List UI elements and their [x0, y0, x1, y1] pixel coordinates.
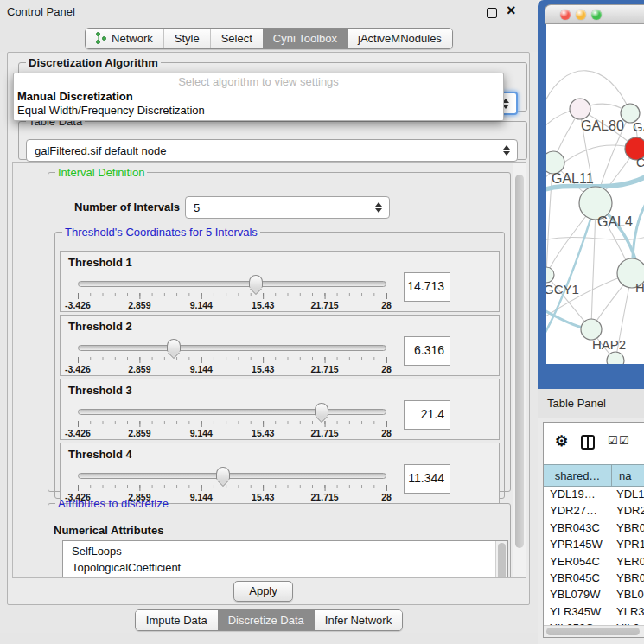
threshold-panel-1: Threshold 1-3.4262.8599.14415.4321.71528…	[60, 251, 500, 312]
slider-track[interactable]	[78, 473, 386, 479]
tick-label: 2.859	[128, 364, 150, 374]
mac-minimize-button[interactable]	[576, 10, 586, 20]
slider-track[interactable]	[78, 345, 386, 351]
tab-cyni-toolbox[interactable]: Cyni Toolbox	[263, 29, 348, 48]
network-window-titlebar	[545, 4, 644, 24]
network-node[interactable]	[607, 352, 624, 364]
column-header-shared-name[interactable]: shared…	[544, 464, 612, 487]
table-row[interactable]: YPR145WYPR1	[544, 537, 644, 553]
tick-label: 28	[381, 428, 392, 438]
mac-zoom-button[interactable]	[591, 10, 602, 20]
tab-select[interactable]: Select	[210, 29, 263, 48]
cell-name: YPR1	[616, 538, 644, 551]
table-panel-header: Table Panel	[538, 389, 644, 418]
network-node[interactable]	[546, 267, 554, 283]
threshold-label: Threshold 2	[68, 320, 132, 333]
slider-ticks-major	[78, 357, 387, 363]
popup-option-equal-width-frequency[interactable]: Equal Width/Frequency Discretization	[17, 104, 205, 117]
slider-ticks-major	[78, 485, 387, 491]
interval-definition-group: Interval Definition Number of Intervals …	[48, 166, 511, 492]
threshold-slider[interactable]: -3.4262.8599.14415.4321.71528	[78, 338, 386, 374]
tab-discretize-data[interactable]: Discretize Data	[218, 610, 315, 630]
close-icon[interactable]: ×	[507, 2, 516, 20]
threshold-slider[interactable]: -3.4262.8599.14415.4321.71528	[78, 274, 386, 310]
cell-shared-name: YPR145W	[550, 538, 603, 551]
table-row[interactable]: YBR045CYBR0	[544, 571, 644, 587]
columns-icon[interactable]	[581, 435, 595, 450]
attributes-group: Attributes to discretize Numerical Attri…	[48, 497, 511, 578]
list-scrollbar-thumb[interactable]	[498, 543, 506, 578]
screen: Control Panel × NetworkStyleSelectCyni T…	[0, 0, 644, 644]
network-graph: GAL80GACGAL11GAL4GCY1HHAP2	[546, 24, 644, 364]
network-node-label: GCY1	[546, 282, 579, 296]
attribute-item[interactable]: TopologicalCoefficient	[72, 560, 507, 577]
slider-thumb[interactable]	[249, 275, 263, 288]
list-scrollbar[interactable]	[495, 541, 507, 578]
table-row[interactable]: YER054CYER0	[544, 554, 644, 571]
interval-definition-title: Interval Definition	[55, 166, 147, 179]
right-column: GAL80GACGAL11GAL4GCY1HHAP2 Table Panel ⚙…	[538, 0, 644, 644]
tick-label: 9.144	[190, 300, 213, 310]
number-of-intervals-combobox[interactable]: 5	[185, 196, 390, 219]
checkbox-icon[interactable]: ☑	[608, 434, 618, 447]
tab-network[interactable]: Network	[86, 29, 163, 48]
float-window-icon[interactable]	[487, 8, 497, 18]
threshold-value-field[interactable]: 11.344	[404, 464, 450, 494]
threshold-value-field[interactable]: 14.713	[404, 272, 450, 302]
panel-scrollbar[interactable]	[513, 163, 526, 577]
mac-close-button[interactable]	[560, 10, 571, 20]
cell-name: YBL0	[616, 588, 644, 601]
threshold-label: Threshold 1	[68, 256, 132, 269]
network-node[interactable]	[570, 99, 590, 119]
table-row[interactable]: YBR043CYBR0	[544, 520, 644, 537]
tab-label: Cyni Toolbox	[273, 32, 337, 45]
table-hscrollbar[interactable]	[544, 625, 644, 637]
tab-jactivemnodules[interactable]: jActiveMNodules	[348, 29, 452, 48]
tick-label: 9.144	[190, 364, 213, 374]
table-data-combobox[interactable]: galFiltered.sif default node	[26, 139, 518, 162]
table-toolbar: ⚙ ☑ ☑	[544, 423, 644, 464]
table-row[interactable]: YDL19…YDL1	[544, 487, 644, 503]
tick-label: 2.859	[128, 428, 150, 438]
tab-infer-network[interactable]: Infer Network	[315, 610, 402, 630]
bottom-tab-strip: Impute DataDiscretize DataInfer Network	[0, 607, 538, 633]
checkbox-icon[interactable]: ☑	[619, 434, 629, 447]
bottom-tab-bar: Impute DataDiscretize DataInfer Network	[135, 609, 403, 631]
panel-scrollbar-thumb[interactable]	[515, 175, 524, 548]
cell-name: YDL1	[616, 488, 644, 501]
network-view-window[interactable]: GAL80GACGAL11GAL4GCY1HHAP2	[538, 0, 644, 389]
threshold-slider[interactable]: -3.4262.8599.14415.4321.71528	[78, 402, 386, 438]
threshold-value-field[interactable]: 21.4	[404, 400, 450, 430]
column-header-name[interactable]: na	[612, 464, 644, 487]
table-hscrollbar-thumb[interactable]	[546, 628, 640, 635]
tab-label: Infer Network	[325, 614, 392, 627]
tick-label: 21.715	[311, 364, 339, 374]
tab-impute-data[interactable]: Impute Data	[136, 610, 218, 630]
network-node-label: C	[636, 156, 644, 169]
slider-track[interactable]	[78, 281, 386, 287]
attribute-item[interactable]: BetweennessCentrality	[72, 576, 507, 578]
tick-label: 28	[381, 300, 392, 310]
table-row[interactable]: YBL079WYBL0	[544, 587, 644, 603]
slider-track[interactable]	[78, 409, 386, 415]
cell-name: YLR3	[616, 605, 644, 618]
popup-option-manual-discretization[interactable]: Manual Discretization	[17, 90, 133, 103]
slider-thumb[interactable]	[167, 339, 181, 352]
tab-style[interactable]: Style	[163, 29, 210, 48]
threshold-label: Threshold 4	[68, 448, 132, 461]
table-row[interactable]: YLR345WYLR3	[544, 604, 644, 621]
attribute-item[interactable]: SelfLoops	[72, 544, 507, 560]
slider-thumb[interactable]	[315, 403, 328, 416]
number-of-intervals-label: Number of Intervals	[74, 201, 180, 214]
number-of-intervals-value: 5	[194, 201, 200, 214]
attribute-listbox[interactable]: SelfLoopsTopologicalCoefficientBetweenne…	[62, 540, 508, 578]
apply-button[interactable]: Apply	[233, 581, 293, 602]
cell-shared-name: YLR345W	[550, 605, 601, 618]
table-data-group: Table Data galFiltered.sif default node	[18, 115, 527, 160]
threshold-value-field[interactable]: 6.316	[404, 336, 450, 366]
table-row[interactable]: YDR27…YDR2	[544, 503, 644, 520]
network-node-label: GAL11	[552, 171, 594, 186]
network-canvas[interactable]: GAL80GACGAL11GAL4GCY1HHAP2	[546, 24, 644, 364]
slider-thumb[interactable]	[216, 467, 230, 480]
gear-icon[interactable]: ⚙	[555, 432, 568, 450]
